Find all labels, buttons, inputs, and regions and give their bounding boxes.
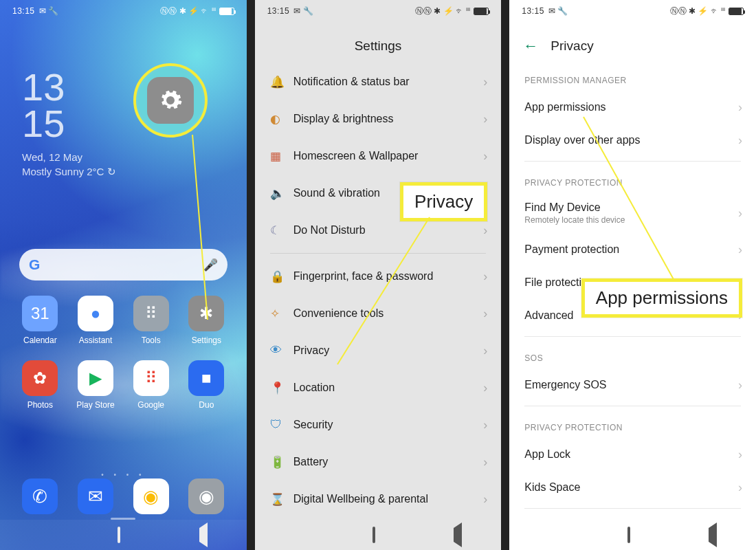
settings-icon-highlighted[interactable] xyxy=(133,63,208,138)
settings-screen: 13:15 ✉ 🔧 ⓃⓃ ✱ ⚡ ᯤ ᴵᴵᴵ Settings 🔔Notific… xyxy=(247,0,502,550)
dock-messages[interactable]: ✉ xyxy=(68,478,124,514)
app-duo[interactable]: ■Duo xyxy=(179,360,234,410)
nav-bar[interactable] xyxy=(0,520,247,550)
chevron-right-icon: › xyxy=(483,418,487,432)
nav-bar[interactable] xyxy=(509,520,756,550)
settings-header: Settings xyxy=(255,29,502,63)
chevron-right-icon: › xyxy=(483,223,487,238)
nav-home-icon[interactable] xyxy=(627,528,630,542)
section-head: PRIVACY PROTECTION xyxy=(509,166,756,193)
settings-tile xyxy=(147,77,194,124)
mic-icon[interactable]: 🎤 xyxy=(203,258,218,272)
settings-row-location[interactable]: 📍Location› xyxy=(255,369,502,406)
app-label: Duo xyxy=(179,400,234,410)
app-settings[interactable]: ✱Settings xyxy=(179,296,234,345)
nav-bar[interactable] xyxy=(255,520,502,550)
google-search-bar[interactable]: G 🎤 xyxy=(19,249,227,280)
nav-home-icon[interactable] xyxy=(118,528,120,542)
app-tile: ✱ xyxy=(188,296,224,331)
callout-privacy: Privacy xyxy=(400,182,487,221)
battery-icon xyxy=(729,8,744,15)
status-left-icons: ✉ 🔧 xyxy=(39,6,58,16)
nav-home-icon[interactable] xyxy=(373,528,375,542)
clock-minute: 15 xyxy=(22,105,116,142)
row-label: Notification & status bar xyxy=(293,76,484,88)
row-icon: ⌛ xyxy=(270,492,293,507)
chevron-right-icon: › xyxy=(483,307,487,321)
app-label: Assistant xyxy=(68,336,124,345)
row-label: Privacy xyxy=(293,344,484,357)
app-tile: ● xyxy=(78,296,113,331)
settings-row-battery[interactable]: 🔋Battery› xyxy=(255,443,502,481)
chevron-right-icon: › xyxy=(738,100,742,115)
dock-chrome[interactable]: ◉ xyxy=(123,478,179,514)
settings-row-convenience[interactable]: ✧Convenience tools› xyxy=(255,295,502,332)
row-label: Security xyxy=(293,419,484,431)
gear-icon xyxy=(158,88,183,113)
row-label: Location xyxy=(293,382,484,394)
app-label: Photos xyxy=(12,400,68,410)
app-photos[interactable]: ✿Photos xyxy=(12,360,68,410)
app-play-store[interactable]: ▶Play Store xyxy=(68,360,124,410)
privacy-row-app-permissions[interactable]: App permissions› xyxy=(509,91,756,124)
chevron-right-icon: › xyxy=(483,270,487,284)
settings-row-fingerprint,[interactable]: 🔒Fingerprint, face & password› xyxy=(255,258,502,295)
dock-camera[interactable]: ◉ xyxy=(179,478,234,514)
settings-row-digital[interactable]: ⌛Digital Wellbeing & parental› xyxy=(255,481,502,518)
chevron-right-icon: › xyxy=(483,381,487,395)
row-label: Kids Space xyxy=(524,481,738,494)
chevron-right-icon: › xyxy=(483,492,487,507)
app-tile: ✆ xyxy=(22,478,58,514)
app-calendar[interactable]: 31Calendar xyxy=(12,296,68,345)
app-label: Settings xyxy=(179,336,234,345)
chevron-right-icon: › xyxy=(738,206,742,221)
app-tools[interactable]: ⠿Tools xyxy=(123,296,179,345)
dock-phone[interactable]: ✆ xyxy=(12,478,68,514)
clock-hour: 13 xyxy=(22,69,116,105)
app-tile: ⠿ xyxy=(133,360,169,396)
google-logo: G xyxy=(29,256,40,273)
row-label: Digital Wellbeing & parental xyxy=(293,493,484,505)
status-right-icons: ⓃⓃ ✱ ⚡ ᯤ ᴵᴵᴵ xyxy=(160,6,215,17)
row-icon: ☾ xyxy=(270,223,293,238)
app-assistant[interactable]: ●Assistant xyxy=(68,296,124,345)
settings-row-notification[interactable]: 🔔Notification & status bar› xyxy=(255,63,502,100)
privacy-row-payment-protection[interactable]: Payment protection› xyxy=(509,233,756,266)
app-tile: ■ xyxy=(188,360,224,396)
chevron-right-icon: › xyxy=(738,481,742,495)
privacy-row-app-lock[interactable]: App Lock› xyxy=(509,438,756,471)
row-label: Convenience tools xyxy=(293,307,484,320)
app-label: Google xyxy=(123,400,179,410)
row-icon: 👁 xyxy=(270,344,293,358)
app-tile: ⠿ xyxy=(133,296,169,331)
nav-back-icon[interactable] xyxy=(709,528,717,542)
app-grid: 31Calendar●Assistant⠿Tools✱Settings✿Phot… xyxy=(12,296,234,410)
clock-widget[interactable]: 13 15 Wed, 12 May Mostly Sunny 2°C ↻ xyxy=(22,69,116,178)
privacy-title: Privacy xyxy=(551,38,593,54)
privacy-row-find-my-device[interactable]: Find My DeviceRemotely locate this devic… xyxy=(509,193,756,233)
app-tile: ◉ xyxy=(133,478,169,514)
date-text: Wed, 12 May xyxy=(22,151,116,163)
settings-row-homescreen[interactable]: ▦Homescreen & Wallpaper› xyxy=(255,138,502,175)
settings-row-display[interactable]: ◐Display & brightness› xyxy=(255,100,502,138)
privacy-row-display-over-other-apps[interactable]: Display over other apps› xyxy=(509,124,756,157)
nav-back-icon[interactable] xyxy=(454,528,462,542)
chevron-right-icon: › xyxy=(738,378,742,393)
row-label: Emergency SOS xyxy=(524,379,738,391)
chevron-right-icon: › xyxy=(483,455,487,470)
privacy-row-emergency-sos[interactable]: Emergency SOS› xyxy=(509,368,756,402)
nav-back-icon[interactable] xyxy=(199,528,208,542)
settings-row-security[interactable]: 🛡Security› xyxy=(255,406,502,443)
chevron-right-icon: › xyxy=(483,112,487,126)
settings-row-privacy[interactable]: 👁Privacy› xyxy=(255,332,502,369)
status-bar: 13:15 ✉ 🔧 ⓃⓃ ✱ ⚡ ᯤ ᴵᴵᴵ xyxy=(509,0,756,22)
settings-title: Settings xyxy=(355,38,402,54)
back-arrow-icon[interactable]: ← xyxy=(523,37,538,55)
privacy-row-kids-space[interactable]: Kids Space› xyxy=(509,471,756,504)
app-google[interactable]: ⠿Google xyxy=(123,360,179,410)
settings-list: 🔔Notification & status bar›◐Display & br… xyxy=(255,63,502,518)
row-label: Fingerprint, face & password xyxy=(293,270,484,283)
row-icon: 🔔 xyxy=(270,75,293,89)
row-icon: 🔋 xyxy=(270,455,293,470)
chevron-right-icon: › xyxy=(738,243,742,257)
